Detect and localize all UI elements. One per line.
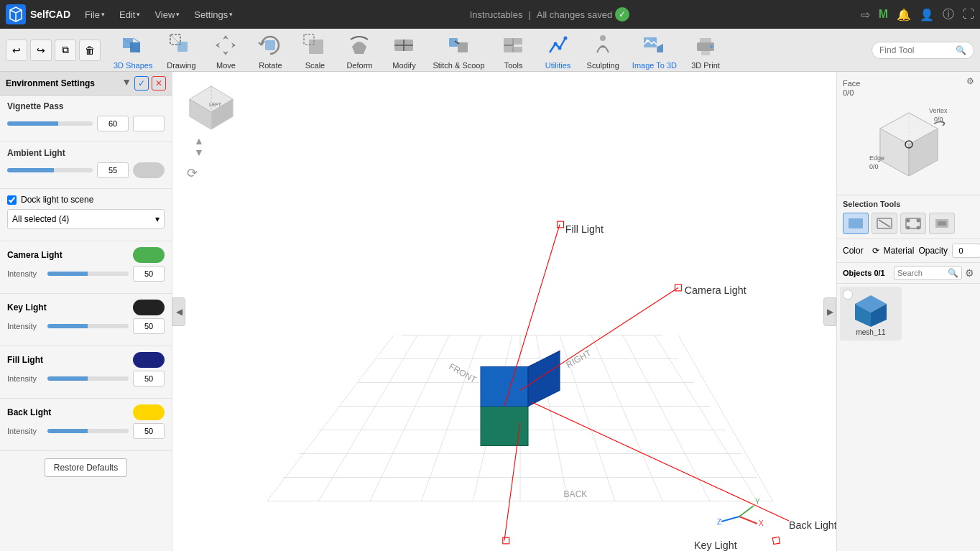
object-item-mesh11[interactable]: mesh_11 <box>840 287 902 341</box>
light-toggle-key-light[interactable] <box>133 300 165 315</box>
rotation-icon[interactable]: ⟳ <box>187 165 198 181</box>
nav-arrows[interactable]: ▲ ▼ <box>194 135 204 158</box>
bell-icon[interactable]: 🔔 <box>897 8 911 22</box>
info-icon[interactable]: ⓘ <box>943 7 954 22</box>
sel-tool-edge-btn[interactable] <box>872 213 897 234</box>
object-name: mesh_11 <box>856 328 885 336</box>
intensity-slider-back-light[interactable] <box>47 425 129 437</box>
user-icon[interactable]: 👤 <box>920 8 934 22</box>
light-section-fill-light: Fill Light Intensity 50 <box>0 346 172 399</box>
object-select-circle <box>843 290 853 300</box>
svg-text:Back Light: Back Light <box>789 519 836 531</box>
fullscreen-icon[interactable]: ⛶ <box>963 8 974 21</box>
nav-down-arrow[interactable]: ▼ <box>194 147 204 158</box>
toolbar-utilities[interactable]: Utilities <box>537 29 580 72</box>
copy-button[interactable]: ⧉ <box>55 40 76 61</box>
intensity-slider-fill-light[interactable] <box>47 373 129 384</box>
settings-gear-icon[interactable]: ⚙ <box>966 76 974 86</box>
sculpting-icon <box>588 31 617 60</box>
toolbar-sculpting[interactable]: Sculpting <box>581 29 625 72</box>
share-icon[interactable]: ⇨ <box>861 8 870 22</box>
svg-rect-72 <box>503 537 509 544</box>
toolbar-move[interactable]: Move <box>204 29 247 72</box>
top-center-status: Instructables | All changes saved ✓ <box>241 7 857 22</box>
search-icon: 🔍 <box>956 45 966 55</box>
stitch-scoop-icon <box>445 31 473 60</box>
menu-settings[interactable]: Settings ▾ <box>188 6 239 23</box>
find-tool-search[interactable]: 🔍 <box>872 42 974 59</box>
ambient-value[interactable]: 55 <box>97 162 129 178</box>
toolbar-tools[interactable]: Tools <box>492 29 535 72</box>
objects-settings-icon[interactable]: ⚙ <box>965 267 974 279</box>
panel-confirm-btn[interactable]: ✓ <box>134 76 149 91</box>
sel-tool-vertex-btn[interactable] <box>900 213 926 234</box>
sel-tool-face-btn[interactable] <box>843 213 869 234</box>
light-toggle-fill-light[interactable] <box>133 352 165 368</box>
objects-count-label: Objects 0/1 <box>843 269 891 277</box>
delete-button[interactable]: 🗑 <box>79 40 101 61</box>
opacity-input[interactable] <box>952 244 980 258</box>
3d-shapes-icon <box>119 31 147 60</box>
nav-up-arrow[interactable]: ▲ <box>194 135 204 147</box>
light-toggle-back-light[interactable] <box>133 404 165 420</box>
svg-text:Z: Z <box>717 518 721 526</box>
material-icon: ⟳ <box>872 246 879 256</box>
vignette-value[interactable]: 60 <box>97 116 129 131</box>
3d-print-icon <box>691 31 720 60</box>
toolbar-scale[interactable]: Scale <box>293 29 336 72</box>
find-tool-input[interactable] <box>879 45 951 55</box>
intensity-value-back-light[interactable]: 50 <box>133 423 165 439</box>
restore-defaults-button[interactable]: Restore Defaults <box>45 458 127 477</box>
intensity-value-key-light[interactable]: 50 <box>133 318 165 334</box>
svg-text:Vertex: Vertex <box>929 107 948 114</box>
3d-print-label: 3D Print <box>691 61 720 70</box>
modify-label: Modify <box>392 61 415 70</box>
app-logo[interactable]: SelfCAD <box>6 4 70 24</box>
3d-shapes-label: 3D Shapes <box>114 61 152 70</box>
panel-header-icons: ▼ ✓ ✕ <box>121 76 166 91</box>
svg-line-4 <box>133 38 140 42</box>
drawing-label: Drawing <box>167 61 195 70</box>
dock-light-checkbox[interactable] <box>7 195 17 205</box>
menu-edit[interactable]: Edit ▾ <box>114 6 146 23</box>
redo-button[interactable]: ↪ <box>30 40 52 61</box>
all-selected-dropdown[interactable]: All selected (4) ▾ <box>7 209 165 229</box>
sel-tools-icons <box>843 213 974 234</box>
toolbar-image-to-3d[interactable]: Image To 3D <box>627 29 683 72</box>
intensity-value-fill-light[interactable]: 50 <box>133 371 165 386</box>
toolbar-deform[interactable]: Deform <box>338 29 381 72</box>
intensity-slider-key-light[interactable] <box>47 320 129 332</box>
light-toggle-camera-light[interactable] <box>133 247 165 263</box>
svg-marker-62 <box>481 407 528 446</box>
objects-search-input[interactable] <box>897 269 948 277</box>
intensity-slider-camera-light[interactable] <box>47 268 129 279</box>
sel-tool-object-btn[interactable] <box>929 213 955 234</box>
toolbar-drawing[interactable]: Drawing <box>160 29 203 72</box>
svg-point-23 <box>600 35 606 41</box>
modify-icon <box>389 31 418 60</box>
cube-nav-widget[interactable]: LEFT <box>182 79 240 139</box>
light-name-camera-light: Camera Light <box>7 250 63 260</box>
viewport[interactable]: ◀ ▶ LEFT ▲ ▼ <box>172 72 836 551</box>
toolbar-rotate[interactable]: Rotate <box>249 29 292 72</box>
menu-file[interactable]: File ▾ <box>79 6 111 23</box>
ambient-toggle[interactable] <box>133 162 165 178</box>
svg-line-48 <box>319 335 418 501</box>
undo-button[interactable]: ↩ <box>6 40 27 61</box>
panel-close-btn[interactable]: ✕ <box>152 76 166 91</box>
intensity-value-camera-light[interactable]: 50 <box>133 266 165 282</box>
toolbar-modify[interactable]: Modify <box>382 29 425 72</box>
ambient-slider[interactable] <box>7 165 93 176</box>
objects-search-box[interactable]: 🔍 <box>894 266 962 280</box>
material-icon[interactable]: M <box>879 8 888 21</box>
svg-marker-63 <box>481 367 528 407</box>
instructables-label: Instructables <box>470 9 523 20</box>
vignette-slider[interactable] <box>7 118 93 129</box>
svg-rect-2 <box>130 42 140 52</box>
menu-view[interactable]: View ▾ <box>149 6 185 23</box>
toolbar-3d-print[interactable]: 3D Print <box>684 29 727 72</box>
toolbar-stitch-scoop[interactable]: Stitch & Scoop <box>427 29 490 72</box>
toolbar-3d-shapes[interactable]: 3D Shapes <box>108 29 158 72</box>
move-icon <box>211 31 240 60</box>
vignette-color-swatch[interactable] <box>133 116 165 131</box>
